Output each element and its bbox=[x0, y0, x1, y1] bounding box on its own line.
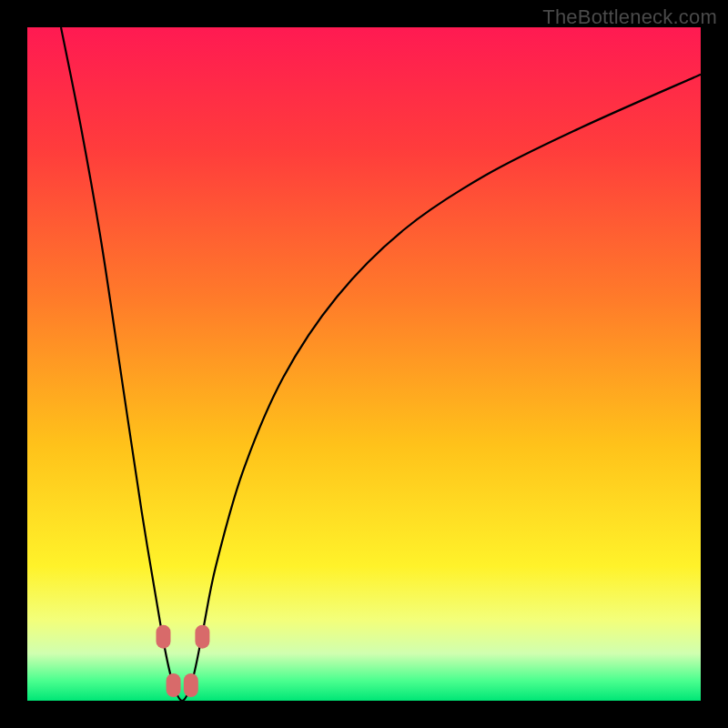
gradient-background bbox=[27, 27, 701, 701]
watermark-text: TheBottleneck.com bbox=[542, 5, 717, 29]
chart-frame: TheBottleneck.com bbox=[0, 0, 728, 728]
marker-left-lower bbox=[167, 673, 181, 697]
bottleneck-chart bbox=[27, 27, 701, 701]
marker-left-upper bbox=[156, 625, 170, 649]
marker-right-lower bbox=[184, 673, 198, 697]
plot-area bbox=[27, 27, 701, 701]
marker-right-upper bbox=[195, 625, 209, 649]
